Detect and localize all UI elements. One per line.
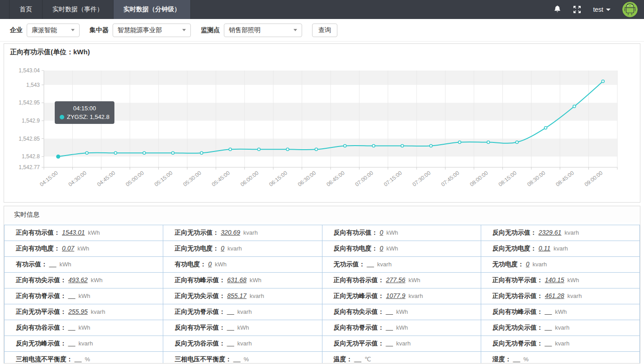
metric-value[interactable]: 1077.9 <box>386 292 406 299</box>
metric-value[interactable]: 0.07 <box>62 245 74 252</box>
metric-value[interactable]: __ <box>233 355 241 363</box>
metric-value[interactable]: 631.68 <box>227 276 246 284</box>
tab-realtime-minute[interactable]: 实时数据（分钟级） <box>113 0 191 19</box>
monitor-point-select[interactable]: 销售部照明 <box>224 24 302 37</box>
nav-tabs: 首页 实时数据（事件） 实时数据（分钟级） <box>9 0 191 19</box>
metric-cell: 正向无功谷示值：461.28kvarh <box>481 288 639 304</box>
select-caret-icon <box>294 29 297 31</box>
metric-label: 正向有功尖示值： <box>16 276 66 284</box>
metric-label: 有功电度： <box>175 260 206 268</box>
metric-unit: ℃ <box>365 356 371 363</box>
metric-value[interactable]: 0 <box>380 245 384 252</box>
metric-label: 反向无功尖示值： <box>492 324 543 331</box>
metric-value[interactable]: __ <box>545 308 552 315</box>
svg-text:07:15:00: 07:15:00 <box>383 170 403 188</box>
metric-cell: 反向无功谷示值：__kvarh <box>163 336 322 352</box>
metric-value[interactable]: __ <box>386 324 393 331</box>
metric-label: 正向无功峰示值： <box>334 292 384 299</box>
metric-value[interactable]: __ <box>68 340 76 347</box>
svg-text:08:30:00: 08:30:00 <box>526 170 547 188</box>
metric-label: 反向有功电度： <box>334 245 378 252</box>
concentrator-selected-value: 智慧能源事业部 <box>118 26 162 34</box>
metric-unit: kWh <box>60 261 71 268</box>
metric-value[interactable]: 0 <box>526 260 530 268</box>
metric-label: 正向无功平示值： <box>16 308 66 315</box>
metric-value[interactable]: __ <box>227 308 234 315</box>
metric-value[interactable]: __ <box>49 260 57 268</box>
metric-cell: 温度：__℃ <box>322 352 481 364</box>
metric-value[interactable]: 140.15 <box>545 276 564 284</box>
metric-value[interactable]: 461.28 <box>545 292 564 299</box>
enterprise-select[interactable]: 康派智能 <box>27 24 80 37</box>
metric-unit: kWh <box>91 277 103 284</box>
metric-value[interactable]: 0 <box>221 245 224 252</box>
metric-value[interactable]: 277.56 <box>386 276 406 284</box>
metric-unit: kvarh <box>555 340 569 347</box>
top-navbar: 首页 实时数据（事件） 实时数据（分钟级） test <box>0 0 644 19</box>
svg-text:1,542.8: 1,542.8 <box>22 153 40 160</box>
metric-cell: 反向无功电度：0.11kvarh <box>481 241 639 257</box>
metric-value[interactable]: 2329.61 <box>539 229 562 236</box>
svg-text:07:00:00: 07:00:00 <box>354 170 375 188</box>
metric-cell: 正向有功电度：0.07kWh <box>5 241 163 257</box>
bell-icon[interactable] <box>553 5 561 14</box>
navbar-right: test <box>553 0 644 19</box>
metric-value[interactable]: 1543.01 <box>62 229 85 236</box>
metric-value[interactable]: 493.62 <box>68 276 88 284</box>
metric-cell: 无功电度：0kvarh <box>481 257 639 273</box>
select-caret-icon <box>182 29 186 31</box>
query-button[interactable]: 查询 <box>312 24 337 37</box>
metric-unit: kvarh <box>91 308 105 315</box>
metric-value[interactable]: __ <box>513 355 521 363</box>
metric-value[interactable]: __ <box>386 308 393 315</box>
metric-value[interactable]: __ <box>367 260 374 268</box>
metric-value[interactable]: __ <box>355 355 362 363</box>
metric-cell: 反向有功尖示值：__kWh <box>322 304 481 320</box>
metric-label: 反向无功平示值： <box>334 340 384 347</box>
svg-text:06:15:00: 06:15:00 <box>268 170 289 188</box>
user-menu[interactable]: test <box>593 6 611 13</box>
metric-value[interactable]: __ <box>545 340 552 347</box>
svg-text:04:45:00: 04:45:00 <box>96 170 117 188</box>
metric-unit: kvarh <box>564 229 579 236</box>
metric-cell: 正向有功峰示值：631.68kWh <box>163 273 322 288</box>
concentrator-select[interactable]: 智慧能源事业部 <box>113 24 191 37</box>
android-avatar[interactable] <box>622 2 638 17</box>
metric-cell: 反向无功平示值：__kvarh <box>322 336 481 352</box>
metric-value[interactable]: __ <box>68 324 76 331</box>
line-chart[interactable]: 1,543.041,5431,542.951,542.91,542.851,54… <box>4 57 640 201</box>
metric-cell: 反向无功脊示值：__kvarh <box>481 336 639 352</box>
fullscreen-icon[interactable] <box>573 5 581 14</box>
metric-value[interactable]: __ <box>68 292 76 299</box>
metric-cell: 正向有功脊示值：__kWh <box>5 288 163 304</box>
concentrator-label: 集中器 <box>90 26 109 34</box>
metric-cell: 无功示值：__kvarh <box>322 257 481 273</box>
tab-home[interactable]: 首页 <box>9 0 42 19</box>
metric-value[interactable]: __ <box>75 355 82 363</box>
metric-value[interactable]: 0 <box>208 260 212 268</box>
metric-value[interactable]: 855.17 <box>227 292 246 299</box>
metric-cell: 三相电流不平衡度：__% <box>5 352 163 364</box>
metric-value[interactable]: 320.69 <box>221 229 240 236</box>
metric-label: 反向有功示值： <box>334 229 378 236</box>
metric-label: 反向有功平示值： <box>175 324 225 331</box>
metric-value[interactable]: __ <box>227 324 234 331</box>
chart-title: 正向有功示值(单位：kWh) <box>4 44 640 57</box>
metric-value[interactable]: __ <box>227 340 234 347</box>
svg-text:04:15:00: 04:15:00 <box>38 170 59 188</box>
metric-value[interactable]: 0 <box>380 229 384 236</box>
metric-value[interactable]: 255.95 <box>68 308 88 315</box>
svg-text:05:30:00: 05:30:00 <box>182 170 203 188</box>
table-row: 有功示值：__kWh有功电度：0kWh无功示值：__kvarh无功电度：0kva… <box>5 257 640 273</box>
metric-label: 无功电度： <box>492 260 524 268</box>
metric-value[interactable]: __ <box>386 340 393 347</box>
metric-label: 正向无功脊示值： <box>175 308 225 315</box>
metric-cell: 正向有功谷示值：277.56kWh <box>322 273 481 288</box>
table-row: 反向无功峰示值：__kvarh反向无功谷示值：__kvarh反向无功平示值：__… <box>5 336 640 352</box>
metric-unit: kvarh <box>568 293 582 299</box>
metric-value[interactable]: __ <box>545 324 552 331</box>
metric-value[interactable]: 0.11 <box>539 245 550 252</box>
metric-unit: kvarh <box>237 308 252 315</box>
metric-cell: 三相电压不平衡度：__% <box>163 352 322 364</box>
tab-realtime-event[interactable]: 实时数据（事件） <box>42 0 113 19</box>
